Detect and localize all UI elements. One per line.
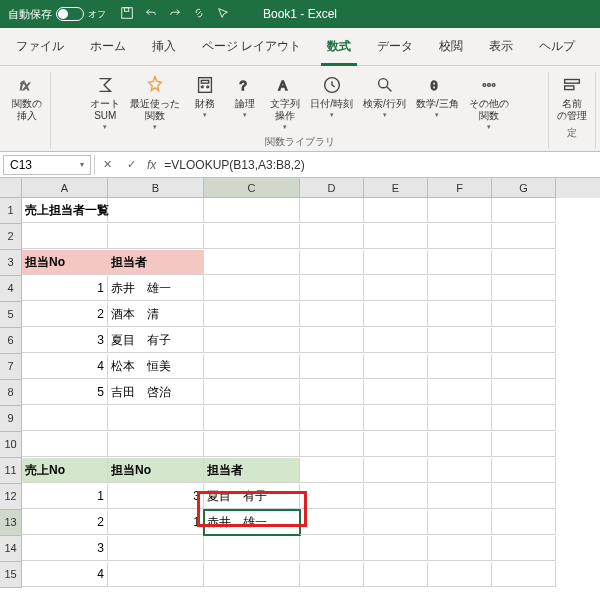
row-header[interactable]: 14	[0, 536, 22, 562]
svg-rect-0	[122, 7, 133, 18]
text-button[interactable]: A文字列 操作▾	[266, 72, 304, 133]
row-header[interactable]: 5	[0, 302, 22, 328]
autosave-toggle[interactable]: 自動保存 オフ	[8, 7, 106, 22]
quick-access	[120, 6, 230, 23]
svg-rect-4	[202, 80, 209, 83]
row-header[interactable]: 6	[0, 328, 22, 354]
recent-button[interactable]: 最近使った 関数▾	[126, 72, 184, 133]
active-cell[interactable]: 赤井 雄一	[204, 510, 300, 535]
ribbon-tabs: ファイル ホーム 挿入 ページ レイアウト 数式 データ 校閲 表示 ヘルプ	[0, 28, 600, 66]
col-header[interactable]: G	[492, 178, 556, 198]
formula-bar: C13 ✕ ✓ fx =VLOOKUP(B13,A3:B8,2)	[0, 152, 600, 178]
ribbon: fx関数の 挿入 オート SUM▾ 最近使った 関数▾ 財務▾ ?論理▾ A文字…	[0, 66, 600, 152]
svg-point-14	[492, 84, 495, 87]
autosave-state: オフ	[88, 8, 106, 21]
window-title: Book1 - Excel	[263, 7, 337, 21]
financial-button[interactable]: 財務▾	[186, 72, 224, 133]
logical-button[interactable]: ?論理▾	[226, 72, 264, 133]
svg-point-13	[487, 84, 490, 87]
tab-view[interactable]: 表示	[483, 32, 519, 65]
tab-formulas[interactable]: 数式	[321, 32, 357, 66]
tab-insert[interactable]: 挿入	[146, 32, 182, 65]
row-header[interactable]: 7	[0, 354, 22, 380]
name-box[interactable]: C13	[3, 155, 91, 175]
autosave-label: 自動保存	[8, 7, 52, 22]
tab-help[interactable]: ヘルプ	[533, 32, 581, 65]
tab-layout[interactable]: ページ レイアウト	[196, 32, 307, 65]
svg-text:A: A	[279, 78, 288, 93]
insert-function-button[interactable]: fx関数の 挿入	[8, 72, 46, 124]
lookup-button[interactable]: 検索/行列▾	[359, 72, 410, 133]
svg-point-12	[483, 84, 486, 87]
fx-icon[interactable]: fx	[143, 158, 160, 172]
cell[interactable]: 売上担当者一覧	[22, 198, 108, 223]
toggle-icon	[56, 7, 84, 21]
svg-point-6	[207, 86, 209, 88]
math-button[interactable]: θ数学/三角▾	[412, 72, 463, 133]
svg-rect-15	[565, 80, 580, 84]
col-header[interactable]: E	[364, 178, 428, 198]
row-header[interactable]: 2	[0, 224, 22, 250]
select-all[interactable]	[0, 178, 22, 198]
cursor-icon[interactable]	[216, 6, 230, 23]
row-header[interactable]: 9	[0, 406, 22, 432]
more-button[interactable]: その他の 関数▾	[465, 72, 513, 133]
tab-home[interactable]: ホーム	[84, 32, 132, 65]
formula-input[interactable]: =VLOOKUP(B13,A3:B8,2)	[160, 156, 600, 174]
row-header[interactable]: 10	[0, 432, 22, 458]
row-header[interactable]: 1	[0, 198, 22, 224]
row-header[interactable]: 3	[0, 250, 22, 276]
cancel-icon[interactable]: ✕	[95, 158, 119, 171]
svg-rect-16	[565, 86, 574, 90]
spreadsheet-grid: A B C D E F G 1売上担当者一覧 2 3担当No担当者 41赤井 雄…	[0, 178, 600, 588]
row-header[interactable]: 13	[0, 510, 22, 536]
autosum-button[interactable]: オート SUM▾	[86, 72, 124, 133]
row-header[interactable]: 12	[0, 484, 22, 510]
svg-text:fx: fx	[20, 78, 31, 93]
row-header[interactable]: 15	[0, 562, 22, 588]
col-header[interactable]: D	[300, 178, 364, 198]
tab-review[interactable]: 校閲	[433, 32, 469, 65]
col-header[interactable]: A	[22, 178, 108, 198]
tab-data[interactable]: データ	[371, 32, 419, 65]
save-icon[interactable]	[120, 6, 134, 23]
svg-point-10	[378, 79, 387, 88]
undo-icon[interactable]	[144, 6, 158, 23]
tab-file[interactable]: ファイル	[10, 32, 70, 65]
col-header[interactable]: C	[204, 178, 300, 198]
group-label-library: 関数ライブラリ	[265, 135, 335, 149]
col-header[interactable]: B	[108, 178, 204, 198]
svg-point-5	[202, 86, 204, 88]
svg-rect-1	[124, 7, 128, 11]
enter-icon[interactable]: ✓	[119, 158, 143, 171]
row-header[interactable]: 4	[0, 276, 22, 302]
name-manager-button[interactable]: 名前 の管理	[553, 72, 591, 124]
redo-icon[interactable]	[168, 6, 182, 23]
date-button[interactable]: 日付/時刻▾	[306, 72, 357, 133]
col-header[interactable]: F	[428, 178, 492, 198]
row-header[interactable]: 11	[0, 458, 22, 484]
link-icon[interactable]	[192, 6, 206, 23]
row-header[interactable]: 8	[0, 380, 22, 406]
svg-text:θ: θ	[431, 78, 438, 93]
group-label-names: 定	[567, 126, 577, 140]
svg-text:?: ?	[240, 78, 247, 93]
title-bar: 自動保存 オフ Book1 - Excel	[0, 0, 600, 28]
